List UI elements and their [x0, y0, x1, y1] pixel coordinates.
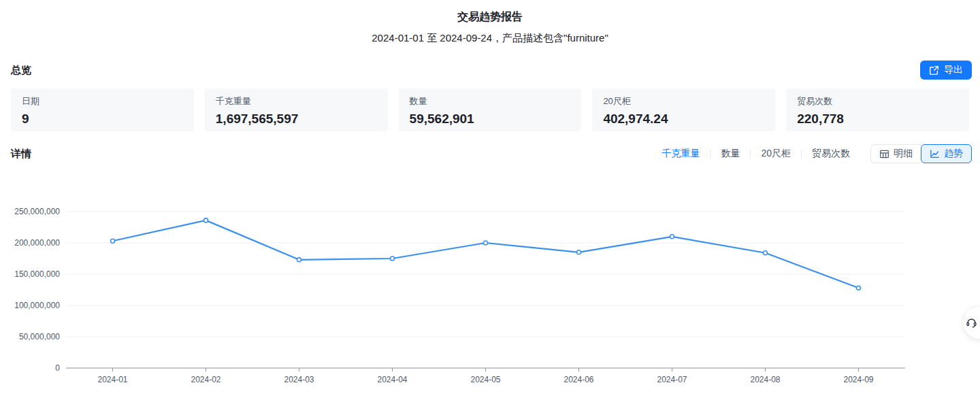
stat-card-date: 日期 9 [11, 88, 194, 131]
metric-tabs: 千克重量 数量 20尺柜 贸易次数 [662, 148, 850, 160]
svg-text:2024-01: 2024-01 [97, 375, 127, 384]
trend-view-button[interactable]: 趋势 [921, 144, 972, 163]
stat-card-label: 贸易次数 [797, 96, 958, 107]
stat-card-label: 20尺柜 [603, 96, 764, 107]
tab-divider [750, 150, 751, 159]
svg-text:0: 0 [55, 363, 60, 373]
stat-card-20ft-container: 20尺柜 402,974.24 [592, 88, 775, 131]
metric-tab-kg-weight[interactable]: 千克重量 [662, 148, 700, 160]
svg-text:150,000,000: 150,000,000 [14, 269, 60, 279]
view-toggle: 明细 趋势 [870, 144, 972, 163]
headset-icon [965, 316, 978, 329]
tab-divider [710, 150, 710, 159]
table-icon [879, 149, 889, 159]
stat-card-label: 千克重量 [216, 96, 377, 107]
svg-text:250,000,000: 250,000,000 [14, 207, 60, 216]
trend-line-chart[interactable]: 050,000,000100,000,000150,000,000200,000… [0, 167, 980, 400]
metric-tab-trade-count[interactable]: 贸易次数 [812, 148, 850, 160]
stat-card-quantity: 数量 59,562,901 [399, 88, 582, 131]
stat-card-kg-weight: 千克重量 1,697,565,597 [205, 88, 388, 131]
details-heading: 详情 [11, 148, 31, 161]
stat-card-value: 1,697,565,597 [216, 111, 377, 127]
details-controls: 千克重量 数量 20尺柜 贸易次数 明细 [662, 144, 972, 163]
export-button[interactable]: 导出 [920, 61, 972, 80]
tab-divider [801, 150, 802, 159]
svg-text:2024-04: 2024-04 [377, 375, 407, 384]
svg-text:2024-03: 2024-03 [284, 375, 314, 384]
svg-text:2024-06: 2024-06 [564, 375, 593, 384]
svg-text:2024-05: 2024-05 [470, 375, 500, 384]
overview-heading: 总览 [11, 64, 31, 77]
overview-cards: 日期 9 千克重量 1,697,565,597 数量 59,562,901 20… [0, 88, 980, 131]
svg-text:2024-02: 2024-02 [191, 375, 220, 384]
stat-card-value: 59,562,901 [410, 111, 571, 127]
svg-text:50,000,000: 50,000,000 [19, 332, 60, 341]
page-title: 交易趋势报告 [0, 10, 980, 24]
stat-card-value: 402,974.24 [603, 111, 764, 127]
report-header: 交易趋势报告 2024-01-01 至 2024-09-24，产品描述包含"fu… [0, 0, 980, 45]
details-header-row: 详情 千克重量 数量 20尺柜 贸易次数 明细 [0, 144, 980, 164]
svg-text:200,000,000: 200,000,000 [14, 238, 60, 248]
stat-card-value: 220,778 [797, 111, 958, 127]
svg-text:100,000,000: 100,000,000 [14, 301, 60, 310]
stat-card-label: 数量 [410, 96, 571, 107]
stat-card-value: 9 [22, 111, 183, 127]
detail-view-label: 明细 [894, 148, 913, 160]
trend-view-label: 趋势 [944, 148, 963, 160]
stat-card-trade-count: 贸易次数 220,778 [786, 88, 969, 131]
svg-text:2024-08: 2024-08 [750, 375, 780, 384]
metric-tab-20ft-container[interactable]: 20尺柜 [761, 148, 791, 160]
svg-text:2024-07: 2024-07 [657, 375, 687, 384]
stat-card-label: 日期 [22, 96, 183, 107]
trend-icon [930, 149, 940, 159]
svg-text:2024-09: 2024-09 [843, 375, 873, 384]
export-icon [929, 65, 939, 76]
metric-tab-quantity[interactable]: 数量 [721, 148, 740, 160]
page-subtitle: 2024-01-01 至 2024-09-24，产品描述包含"furniture… [0, 31, 980, 45]
overview-header-row: 总览 导出 [0, 60, 980, 80]
export-button-label: 导出 [944, 64, 963, 76]
detail-view-button[interactable]: 明细 [870, 144, 921, 163]
